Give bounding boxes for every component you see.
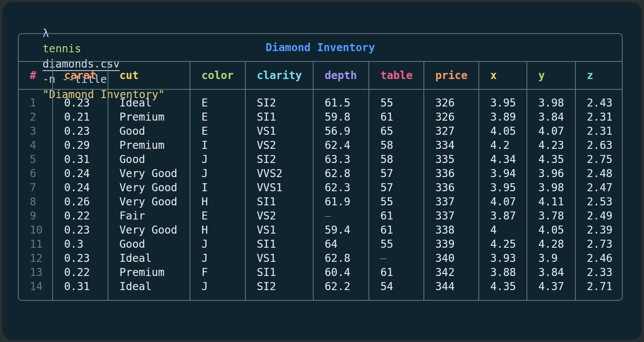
cell-color: F [190,265,246,279]
cell-color: J [190,279,246,294]
column-separator [52,90,53,300]
cell-carat: 0.23 [53,223,108,237]
cell-depth: 62.4 [314,138,369,152]
cell-depth: 62.3 [314,181,369,195]
cell-price: 342 [424,265,479,279]
column-separator [52,62,53,89]
cell-color: H [190,223,246,237]
cell-index: 3 [19,124,53,138]
cell-index: 9 [19,209,53,223]
cell-color: E [190,110,246,124]
column-separator [108,90,108,300]
cell-clarity: VS2 [246,138,314,152]
cell-clarity: SI1 [246,110,314,124]
table-row: 40.29PremiumIVS262.4583344.24.232.63 [19,138,622,152]
cell-table: 61 [369,209,424,223]
column-separator [526,62,527,89]
cell-color: J [190,251,246,265]
column-header-table: table [369,62,424,89]
cell-table: 57 [369,181,424,195]
cell-depth: 59.4 [314,223,369,237]
cell-clarity: SI1 [246,265,314,279]
cell-cut: Good [108,237,190,251]
cell-clarity: SI2 [246,96,314,110]
cell-price: 337 [424,195,479,209]
cell-z: 2.48 [576,166,622,181]
cell-carat: 0.24 [53,166,108,181]
cell-carat: 0.26 [53,195,108,209]
column-header-y: y [527,62,576,89]
cell-x: 4.25 [479,237,527,251]
cell-z: 2.31 [576,124,622,138]
cell-index: 8 [19,195,53,209]
cell-cut: Ideal [108,279,190,294]
cell-index: 6 [19,166,53,181]
cell-x: 3.95 [479,96,527,110]
column-separator [369,62,369,89]
cell-depth: 61.5 [314,96,369,110]
cell-clarity: VS1 [246,223,314,237]
table-row: 110.3GoodJSI164553394.254.282.73 [19,237,622,251]
cell-color: I [190,181,246,195]
column-separator [526,90,527,300]
cell-x: 3.94 [479,166,527,181]
column-separator [313,62,314,89]
column-header-clarity: clarity [246,62,314,89]
cell-z: 2.73 [576,237,622,251]
table-row: 70.24Very GoodIVVS162.3573363.953.982.47 [19,181,622,195]
table-row: 80.26Very GoodHSI161.9553374.074.112.53 [19,195,622,209]
cell-color: J [190,166,246,181]
cell-z: 2.33 [576,265,622,279]
cell-index: 10 [19,223,53,237]
cell-carat: 0.23 [53,96,108,110]
table-row: 100.23Very GoodHVS159.46133844.052.39 [19,223,622,237]
cell-cut: Fair [108,209,190,223]
cell-cut: Very Good [108,223,190,237]
cell-depth: 63.3 [314,152,369,166]
cell-price: 337 [424,209,479,223]
cell-cut: Very Good [108,181,190,195]
cell-depth: 61.9 [314,195,369,209]
cell-x: 4.34 [479,152,527,166]
cell-depth: 62.2 [314,279,369,294]
cell-table: 61 [369,110,424,124]
cell-cut: Premium [108,265,190,279]
cell-index: 2 [19,110,53,124]
cell-z: 2.49 [576,209,622,223]
cell-z: 2.31 [576,110,622,124]
cell-z: 2.43 [576,96,622,110]
column-separator [575,90,576,300]
cell-clarity: SI1 [246,237,314,251]
cell-y: 4.05 [527,223,576,237]
cell-table: 58 [369,152,424,166]
cell-price: 338 [424,223,479,237]
column-header-price: price [424,62,479,89]
cell-clarity: VVS1 [246,181,314,195]
cell-y: 4.37 [527,279,576,294]
cell-table: 54 [369,279,424,294]
cell-y: 4.11 [527,195,576,209]
cell-depth: 62.8 [314,166,369,181]
cell-table: 61 [369,265,424,279]
table-row: 130.22PremiumFSI160.4613423.883.842.33 [19,265,622,279]
cell-y: 4.23 [527,138,576,152]
cell-z: 2.63 [576,138,622,152]
cell-y: 3.9 [527,251,576,265]
cell-color: J [190,237,246,251]
cell-table: 58 [369,138,424,152]
cell-index: 13 [19,265,53,279]
cell-carat: 0.31 [53,279,108,294]
cell-x: 3.88 [479,265,527,279]
table-row: 50.31GoodJSI263.3583354.344.352.75 [19,152,622,166]
column-header-carat: carat [53,62,108,89]
cell-index: 7 [19,181,53,195]
column-separator [369,90,369,300]
cell-z: 2.46 [576,251,622,265]
cell-clarity: SI1 [246,195,314,209]
cell-price: 336 [424,166,479,181]
cell-color: E [190,96,246,110]
cell-color: E [190,209,246,223]
cell-x: 4.2 [479,138,527,152]
cell-x: 4 [479,223,527,237]
cell-carat: 0.23 [53,124,108,138]
